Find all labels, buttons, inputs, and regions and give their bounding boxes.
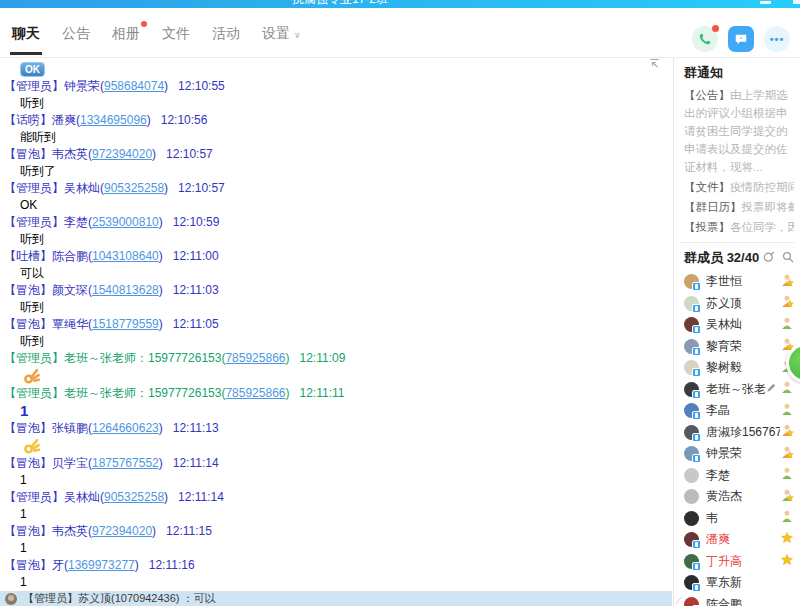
tab-文件[interactable]: 文件∨ (158, 9, 194, 57)
member-row[interactable]: 钟景荣 (684, 443, 794, 465)
chat-message: 【冒泡】颜文琛(1540813628)12:11:03 听到 (4, 282, 666, 316)
notify-message-text: 【管理员】苏义顶(1070942436) ：可以 (23, 591, 216, 606)
member-avatar (684, 511, 699, 526)
group-notice-item[interactable]: 【公告】由上学期选出的评议小组根据申请贫困生同学提交的申请表以及提交的佐证材料，… (684, 86, 794, 176)
notice-type-label: 【投票】 (684, 221, 730, 233)
window-titlebar: 抗腐蚀专业17-2班 (0, 0, 800, 8)
member-row[interactable]: 苏义顶 (684, 293, 794, 315)
mobile-online-icon (692, 540, 701, 549)
message-time: 12:11:05 (173, 317, 219, 331)
member-row[interactable]: 李世恒 (684, 271, 794, 293)
message-header: 【冒泡】张镇鹏(1264660623)12:11:13 (4, 420, 666, 437)
tab-设置[interactable]: 设置∨ (258, 9, 305, 57)
group-notice-item[interactable]: 【投票】各位同学，因疫... (684, 218, 794, 236)
tab-公告[interactable]: 公告∨ (58, 9, 94, 57)
member-row[interactable]: 潘爽 (684, 529, 794, 551)
chat-message: 【冒泡】贝学宝(1875767552)12:11:14 1 (4, 455, 666, 489)
mobile-online-icon (692, 433, 701, 442)
member-row[interactable]: 陈合鹏 (684, 594, 794, 606)
member-row[interactable]: 李晶 (684, 400, 794, 422)
member-avatar (684, 597, 699, 606)
chat-message: 【管理员】老班～张老师：15977726153(785925866)12:11:… (4, 350, 666, 385)
message-text: 听到 (4, 231, 666, 248)
message-time: 12:11:14 (178, 490, 224, 504)
tab-聊天[interactable]: 聊天∨ (8, 9, 44, 57)
group-notice-item[interactable]: 【文件】疫情防控期间线... (684, 178, 794, 196)
notice-snippet: 各位同学，因疫... (730, 221, 794, 233)
window-control-button[interactable] (793, 0, 800, 4)
message-text: 听到 (4, 299, 666, 316)
collapse-sidebar-icon[interactable] (649, 58, 660, 72)
member-avatar (684, 274, 699, 289)
sender-qq-link[interactable]: 1264660623 (92, 421, 159, 435)
member-avatar (684, 360, 699, 375)
message-text: 1 (4, 472, 666, 489)
member-row[interactable]: 吴林灿 (684, 314, 794, 336)
new-chat-icon[interactable] (728, 26, 754, 52)
ok-hand-sticker (22, 437, 41, 455)
message-header: 【吐槽】陈合鹏(1043108640)12:11:00 (4, 248, 666, 265)
member-avatar (684, 339, 699, 354)
sender-qq-link[interactable]: 785925866 (225, 386, 285, 400)
group-notice-item[interactable]: 【群日历】投票即将截止... (684, 198, 794, 216)
sender-qq-link[interactable]: 785925866 (225, 351, 285, 365)
sender-qq-link[interactable]: 1875767552 (92, 456, 159, 470)
members-count: 32/40 (727, 250, 760, 265)
message-text: 1 (4, 574, 666, 591)
chat-history-panel[interactable]: OK 【管理员】钟景荣(958684074)12:10:55 听到 【话唠】潘爽… (0, 58, 672, 591)
sender-role-and-name: 【管理员】吴林灿 (4, 490, 100, 504)
member-row[interactable]: 韦 (684, 508, 794, 530)
chat-message: OK (4, 60, 666, 78)
sender-role-and-name: 【管理员】老班～张老师：15977726153 (4, 351, 221, 365)
message-time: 12:10:55 (178, 79, 225, 93)
members-title: 群成员 32/40 (684, 249, 763, 267)
member-level-icon (780, 467, 794, 483)
sender-qq-link[interactable]: 1043108640 (92, 249, 159, 263)
member-row[interactable]: 黎树毅 (684, 357, 794, 379)
sender-qq-link[interactable]: 905325258 (104, 181, 164, 195)
sender-qq-link[interactable]: 1540813628 (92, 283, 159, 297)
group-notice-title: 群通知 (684, 64, 794, 82)
member-row[interactable]: 黎育荣 (684, 336, 794, 358)
members-header: 群成员 32/40 (684, 249, 794, 267)
minimize-button[interactable] (760, 1, 771, 4)
mobile-online-icon (692, 411, 701, 420)
edit-pencil-icon[interactable] (766, 382, 777, 396)
member-name: 老班～张老师：15977726153 (706, 381, 766, 398)
more-ellipsis-icon[interactable]: ••• (764, 26, 790, 52)
sender-qq-link[interactable]: 1518779559 (92, 317, 159, 331)
group-sidebar: 群通知 【公告】由上学期选出的评议小组根据申请贫困生同学提交的申请表以及提交的佐… (673, 58, 800, 606)
member-row[interactable]: 黄浩杰 (684, 486, 794, 508)
mobile-online-icon (692, 454, 701, 463)
member-row[interactable]: 老班～张老师：15977726153 (684, 379, 794, 401)
member-avatar (684, 554, 699, 569)
search-icon[interactable] (782, 251, 794, 266)
message-header: 【管理员】老班～张老师：15977726153(785925866)12:11:… (4, 350, 666, 367)
message-list: OK 【管理员】钟景荣(958684074)12:10:55 听到 【话唠】潘爽… (0, 58, 672, 591)
sender-qq-link[interactable]: 972394020 (92, 524, 152, 538)
sender-qq-link[interactable]: 972394020 (92, 147, 152, 161)
member-name: 韦 (706, 510, 780, 527)
sender-qq-link[interactable]: 958684074 (104, 79, 164, 93)
phone-call-icon[interactable] (692, 26, 718, 52)
sender-qq-link[interactable]: 2539000810 (92, 215, 159, 229)
sender-qq-link[interactable]: 905325258 (104, 490, 164, 504)
invite-member-icon[interactable] (763, 251, 775, 266)
sender-role-and-name: 【冒泡】张镇鹏 (4, 421, 88, 435)
tab-活动[interactable]: 活动∨ (208, 9, 244, 57)
message-time: 12:10:57 (166, 147, 213, 161)
tab-相册[interactable]: 相册∨ (108, 9, 144, 57)
member-row[interactable]: 覃东新 (684, 572, 794, 594)
resize-grip[interactable]: ⟋ (675, 596, 685, 606)
new-message-notify-bar[interactable]: 【管理员】苏义顶(1070942436) ：可以 (0, 591, 672, 606)
sender-qq-link[interactable]: 1369973277 (68, 558, 135, 572)
member-row[interactable]: 唐淑珍15676748 (684, 422, 794, 444)
sender-qq-link[interactable]: 1334695096 (80, 113, 147, 127)
message-header: 【管理员】吴林灿(905325258)12:11:14 (4, 489, 666, 506)
message-time: 12:10:56 (161, 113, 208, 127)
mobile-online-icon (692, 562, 701, 571)
message-header: 【冒泡】贝学宝(1875767552)12:11:14 (4, 455, 666, 472)
member-name: 陈合鹏 (706, 596, 780, 606)
member-row[interactable]: 李楚 (684, 465, 794, 487)
member-row[interactable]: 丁升高 (684, 551, 794, 573)
